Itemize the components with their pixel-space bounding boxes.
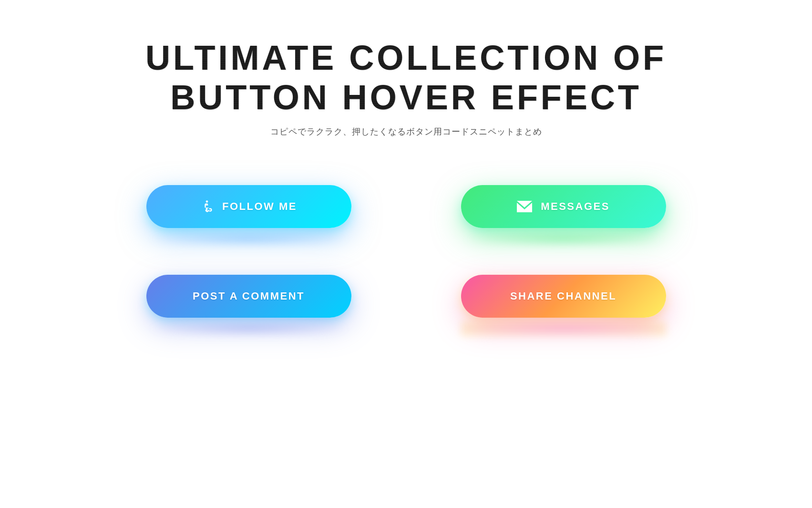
share-channel-label: SHARE CHANNEL	[510, 290, 617, 302]
follow-me-button[interactable]: FOLLOW ME	[146, 185, 351, 228]
follow-me-wrapper: FOLLOW ME	[120, 185, 378, 246]
post-comment-button[interactable]: POST A COMMENT	[146, 275, 351, 318]
buttons-grid: FOLLOW ME MESSAGES POST A COMMENT SHARE …	[120, 185, 692, 336]
messages-wrapper: MESSAGES	[435, 185, 692, 246]
envelope-icon	[517, 201, 532, 212]
post-comment-wrapper: POST A COMMENT	[120, 275, 378, 336]
svg-point-0	[206, 200, 208, 203]
main-title: ULTIMATE COLLECTION OF BUTTON HOVER EFFE…	[145, 38, 667, 117]
post-comment-glow	[146, 321, 351, 336]
wheelchair-icon	[200, 200, 214, 213]
follow-me-label: FOLLOW ME	[222, 200, 297, 213]
subtitle: コピペでラクラク、押したくなるボタン用コードスニペットまとめ	[145, 126, 667, 137]
messages-glow	[461, 232, 666, 246]
share-channel-button[interactable]: SHARE CHANNEL	[461, 275, 666, 318]
page-header: ULTIMATE COLLECTION OF BUTTON HOVER EFFE…	[145, 38, 667, 137]
post-comment-label: POST A COMMENT	[193, 290, 305, 302]
follow-me-glow	[146, 232, 351, 246]
share-channel-glow	[461, 321, 666, 336]
messages-label: MESSAGES	[541, 200, 610, 213]
share-channel-wrapper: SHARE CHANNEL	[435, 275, 692, 336]
messages-button[interactable]: MESSAGES	[461, 185, 666, 228]
